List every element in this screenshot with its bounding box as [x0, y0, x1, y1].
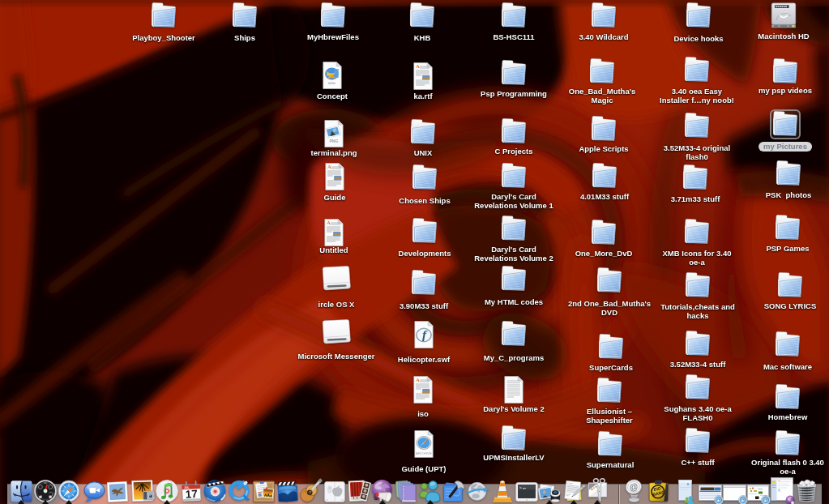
- label-line: ka.rtf: [413, 92, 432, 100]
- minimized-safari-window-2-icon: [723, 485, 746, 501]
- label-line: oe-a: [663, 258, 732, 267]
- desktop-icon-label: XMB Icons for 3.40oe-a: [663, 249, 732, 267]
- running-indicator: [164, 500, 170, 504]
- label-line: Playboy_Shooter: [132, 33, 195, 42]
- desktop-icon-label: 3.52M33-4 stuff: [670, 360, 726, 369]
- desktop-icon-label: 3.40 oea EasyInstaller f…ny noob!: [660, 87, 734, 105]
- running-indicator: [42, 500, 49, 504]
- front-row-icon: [324, 481, 345, 502]
- label-line: Ships: [234, 33, 255, 42]
- label-line: My HTML codes: [485, 297, 543, 306]
- dock-item-textedit[interactable]: [563, 480, 585, 502]
- desktop-icon-label: iso: [417, 409, 429, 418]
- label-line: Original flash 0 3.40: [751, 458, 824, 467]
- dock-item-garageband[interactable]: [300, 479, 323, 502]
- desktop-icon-label: My HTML codes: [485, 297, 543, 306]
- folder-icon: [771, 57, 800, 86]
- dock-separator[interactable]: [618, 485, 619, 504]
- dock-item-big-bang-folder[interactable]: [648, 480, 669, 502]
- grab-icon: [588, 478, 608, 502]
- dock-item-corkboard-app[interactable]: [253, 481, 275, 502]
- label-line: UPMSInstallerLV: [483, 453, 544, 462]
- dock-item-minimized-safari-window-1[interactable]: [699, 485, 722, 501]
- label-line: 3.40 Wildcard: [579, 32, 628, 41]
- drive-white-icon: [322, 264, 351, 293]
- folder-icon: [499, 214, 528, 243]
- desktop-icon-label: One_More_DvD: [575, 249, 633, 258]
- textedit-icon: [563, 480, 585, 502]
- quicktime-icon: [229, 480, 251, 502]
- folder-icon: [773, 429, 802, 458]
- label-line: Revelations Volume 2: [474, 254, 553, 263]
- label-line: My_C_programs: [484, 353, 544, 362]
- label-line: 4.01M33 stuff: [580, 192, 629, 201]
- folder-icon: [408, 1, 437, 30]
- iphoto-icon: [131, 480, 154, 502]
- corkboard-app-icon: [253, 481, 275, 502]
- dock-item-mail[interactable]: [107, 481, 128, 502]
- dock-item-ical[interactable]: [181, 481, 203, 502]
- dock-item-podcast-megaphone-app[interactable]: [371, 480, 394, 502]
- dock-item-iphoto[interactable]: [131, 480, 154, 502]
- label-line: hacks: [660, 311, 735, 320]
- label-line: Guide (UPT): [402, 464, 447, 473]
- label-line: PSK photos: [766, 190, 811, 199]
- dock-item-safari[interactable]: [58, 480, 80, 502]
- label-line: Psp Programming: [481, 89, 547, 98]
- label-line: Macintosh HD: [758, 32, 809, 41]
- dock-item-globe-arrow-app[interactable]: [467, 481, 489, 502]
- dock-item-minimized-list-window[interactable]: [771, 477, 793, 501]
- folder-icon: [589, 114, 618, 143]
- dock-item-front-row[interactable]: [324, 481, 345, 502]
- label-line: SONG LYRICS: [764, 301, 817, 310]
- dock-item-idvd[interactable]: [203, 480, 226, 502]
- desktop-icon-label: Tutorials,cheats andhacks: [660, 302, 735, 320]
- doc-text-icon: [499, 375, 528, 404]
- dock-item-imovie[interactable]: [276, 481, 299, 502]
- doc-png-icon: [319, 119, 348, 148]
- minimized-safari-window-1-icon: [699, 485, 722, 501]
- label-line: One_Bad_Mutha's: [569, 87, 636, 96]
- dock-item-xcode[interactable]: [442, 481, 465, 502]
- folder-icon: [683, 271, 712, 300]
- running-indicator: [594, 500, 600, 504]
- dock-item-vlc[interactable]: [492, 480, 513, 502]
- dock-item-grab[interactable]: [588, 478, 608, 502]
- label-line: 2nd One_Bad_Mutha's: [568, 299, 651, 308]
- dock-item-quicktime[interactable]: [229, 480, 251, 502]
- label-line: MyHbrewFiles: [307, 32, 359, 41]
- running-indicator: [546, 500, 553, 504]
- label-line: flash0: [664, 152, 730, 161]
- minimized-safari-window-3-icon: [747, 485, 769, 501]
- label-line: iso: [417, 409, 429, 418]
- desktop-icon-label: 2nd One_Bad_Mutha'sDVD: [568, 299, 651, 317]
- running-indicator: [66, 500, 72, 504]
- dock-item-itunes[interactable]: [156, 480, 178, 502]
- dock-item-dashboard[interactable]: [34, 480, 57, 502]
- desktop-icon-label: Daryl's CardRevelations Volume 1: [474, 192, 553, 210]
- label-line: Chosen Ships: [399, 196, 450, 205]
- vlc-icon: [492, 480, 513, 502]
- dock-item-ichat[interactable]: [83, 481, 105, 502]
- desktop-icon-label: Guide (UPT): [402, 464, 447, 473]
- dock-item-notebooks-app[interactable]: [395, 481, 417, 502]
- desktop-icon-label: Daryl's Volume 2: [483, 404, 544, 413]
- dock-item-finder[interactable]: [11, 481, 32, 502]
- folder-icon: [776, 271, 805, 300]
- dock-item-minimized-safari-window-3[interactable]: [747, 485, 769, 501]
- folder-icon: [499, 58, 528, 88]
- folder-icon: [149, 1, 178, 30]
- dock-item-internet-shortcut[interactable]: [625, 479, 644, 502]
- dock-item-minimized-safari-window-2[interactable]: [723, 485, 746, 501]
- desktop-icon-label: 3.71m33 stuff: [671, 194, 720, 203]
- label-line: Supernatural: [587, 460, 635, 469]
- dock-item-msn-messenger[interactable]: [419, 480, 442, 502]
- podcast-megaphone-app-icon: [371, 480, 394, 502]
- dock-item-minimized-messenger-window[interactable]: [678, 480, 692, 501]
- desktop-icon-label: my psp videos: [758, 86, 812, 95]
- desktop-icon-label: ka.rtf: [413, 92, 432, 100]
- dock-item-terminal[interactable]: [515, 482, 538, 502]
- dock-item-trash[interactable]: [797, 480, 817, 502]
- dock-item-photo-booth[interactable]: [348, 480, 370, 502]
- folder-icon: [499, 161, 528, 190]
